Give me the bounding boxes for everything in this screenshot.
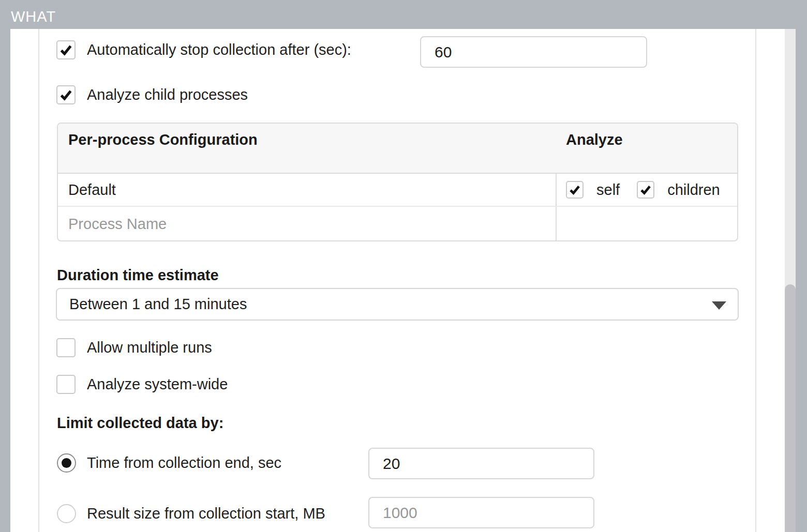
- time-limit-label: Time from collection end, sec: [87, 453, 281, 473]
- analyze-child-label: Analyze child processes: [87, 85, 248, 104]
- size-limit-label: Result size from collection start, MB: [87, 504, 325, 523]
- section-title-what: WHAT: [11, 8, 56, 25]
- time-limit-radio[interactable]: [57, 453, 76, 473]
- default-row-name: Default: [68, 174, 116, 206]
- default-row-analyze-cell: self children: [566, 174, 720, 206]
- size-limit-input[interactable]: [368, 497, 594, 528]
- auto-stop-seconds-input[interactable]: [420, 36, 647, 68]
- allow-multiple-runs-checkbox[interactable]: [56, 338, 76, 357]
- radio-dot: [62, 458, 71, 468]
- analyze-system-wide-checkbox[interactable]: [56, 375, 76, 394]
- self-checkbox[interactable]: [566, 181, 584, 199]
- checkmark-icon: [59, 88, 73, 102]
- vertical-scrollbar-thumb[interactable]: [785, 284, 796, 532]
- duration-estimate-heading: Duration time estimate: [57, 266, 219, 285]
- config-column-header: Per-process Configuration: [68, 131, 258, 148]
- self-checkbox-label: self: [596, 181, 620, 199]
- pane-right-border: [755, 29, 756, 532]
- checkmark-icon: [569, 184, 581, 196]
- table-row-default: Default self children: [58, 174, 737, 207]
- analyze-child-checkbox[interactable]: [56, 85, 76, 104]
- table-header-row: Per-process Configuration Analyze: [58, 124, 737, 174]
- limit-data-heading: Limit collected data by:: [57, 414, 223, 433]
- what-settings-panel: { "window": { "section_title": "WHAT" },…: [0, 0, 807, 532]
- auto-stop-label: Automatically stop collection after (sec…: [87, 40, 351, 59]
- allow-multiple-runs-label: Allow multiple runs: [87, 338, 212, 357]
- table-row-new-process: Process Name: [58, 207, 737, 241]
- auto-stop-checkbox[interactable]: [56, 40, 76, 59]
- children-checkbox[interactable]: [637, 181, 654, 199]
- analyze-system-wide-label: Analyze system-wide: [87, 375, 228, 394]
- settings-card: Automatically stop collection after (sec…: [10, 29, 796, 532]
- analyze-column-header: Analyze: [566, 131, 623, 148]
- checkmark-icon: [639, 184, 652, 196]
- per-process-table: Per-process Configuration Analyze Defaul…: [57, 123, 738, 241]
- size-limit-radio[interactable]: [57, 504, 76, 523]
- children-checkbox-label: children: [667, 181, 720, 199]
- time-limit-input[interactable]: [368, 448, 594, 479]
- dropdown-caret-icon: [712, 301, 726, 310]
- process-name-input[interactable]: Process Name: [68, 207, 167, 241]
- checkmark-icon: [59, 43, 73, 57]
- duration-estimate-select[interactable]: Between 1 and 15 minutes: [56, 288, 739, 321]
- pane-left-border: [38, 29, 39, 532]
- vertical-scrollbar-track[interactable]: [785, 29, 796, 532]
- duration-estimate-value: Between 1 and 15 minutes: [69, 296, 247, 313]
